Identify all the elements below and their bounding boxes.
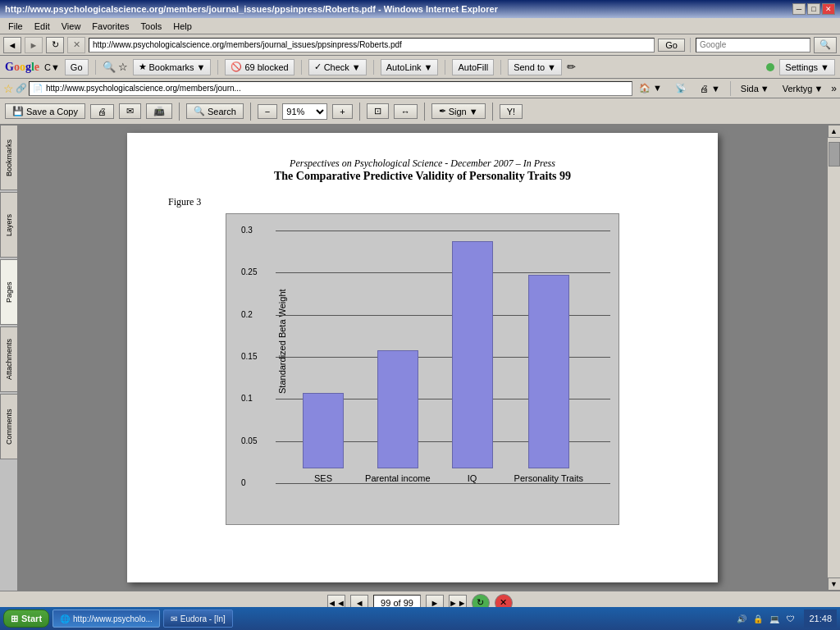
menu-tools[interactable]: Tools (136, 21, 167, 32)
sendto-button[interactable]: Send to ▼ (508, 59, 562, 75)
fit-page-button[interactable]: ⊡ (367, 103, 389, 119)
bar-iq-rect (452, 241, 493, 468)
star-icon[interactable]: ☆ (118, 61, 128, 73)
figure-caption: Figure 3 (168, 196, 201, 208)
settings-button[interactable]: Settings ▼ (779, 59, 835, 75)
tray-icon-4: 🛡 (784, 612, 797, 625)
menu-favorites[interactable]: Favorites (87, 21, 134, 32)
pdf-header: Perspectives on Psychological Science - … (168, 158, 677, 183)
pdf-sep2 (250, 103, 251, 121)
rss-button[interactable]: 📡 (670, 82, 692, 94)
email-pdf-button[interactable]: ✉ (119, 103, 141, 119)
browser-icon: 🌐 (60, 614, 70, 623)
article-title: The Comparative Predictive Validity of P… (168, 170, 677, 183)
magnify-icon[interactable]: 🔍 (103, 61, 116, 73)
pdf-viewer[interactable]: Perspectives on Psychological Science - … (18, 125, 827, 591)
blocked-button[interactable]: 🚫 69 blocked (225, 59, 294, 75)
start-button[interactable]: ⊞ Start (3, 609, 49, 628)
refresh-button[interactable]: ↻ (46, 37, 64, 53)
floppy-icon: 💾 (12, 106, 24, 116)
bar-ses-label: SES (314, 473, 332, 483)
bookmarks-icon: ★ (139, 62, 147, 72)
print-button[interactable]: 🖨 ▼ (695, 83, 725, 94)
window-title: http://www.psychologicalscience.org/memb… (5, 4, 498, 14)
main-area: Bookmarks Layers Pages Attachments Comme… (0, 125, 840, 591)
separator (690, 38, 691, 52)
taskbar: ⊞ Start 🌐 http://www.psycholo... ✉ Eudor… (0, 607, 840, 630)
search-pdf-button[interactable]: 🔍 Search (186, 103, 244, 119)
pen-icon: ✒ (439, 106, 446, 116)
bookmarks-button[interactable]: ★ Bookmarks ▼ (133, 59, 212, 75)
separator1 (95, 60, 96, 75)
taskbar-item-browser[interactable]: 🌐 http://www.psycholo... (52, 609, 160, 628)
google-logo: Google (5, 61, 39, 74)
close-button[interactable]: ✕ (822, 3, 835, 15)
blocked-icon: 🚫 (231, 62, 242, 72)
settings-dot[interactable] (766, 63, 774, 71)
separator5 (445, 60, 445, 75)
page-button[interactable]: Sida ▼ (736, 83, 774, 94)
bar-parental-label: Parental income (365, 473, 431, 483)
tray-icon-2: 🔒 (751, 612, 765, 625)
minimize-button[interactable]: ─ (792, 3, 806, 15)
sidebar-tab-attachments[interactable]: Attachments (0, 326, 18, 392)
system-tray: 🔊 🔒 💻 🛡 21:48 (732, 609, 837, 628)
zoom-select[interactable]: 91% 75% 100% 125% (282, 103, 327, 120)
zoom-out-button[interactable]: − (258, 104, 277, 119)
google-go-button[interactable]: Go (65, 59, 89, 75)
bar-personality-label: Personality Traits (514, 473, 583, 483)
bar-iq-label: IQ (468, 473, 477, 483)
zoom-in-button[interactable]: + (332, 104, 352, 119)
scroll-thumb[interactable] (829, 142, 840, 167)
save-copy-button[interactable]: 💾 Save a Copy (5, 103, 85, 119)
search-input[interactable] (696, 38, 810, 52)
sidebar-tab-comments[interactable]: Comments (0, 394, 18, 459)
favorite-feeds-icon[interactable]: 🔗 (16, 83, 27, 94)
pdf-toolbar: 💾 Save a Copy 🖨 ✉ 📠 🔍 Search − 91% 75% 1… (0, 98, 840, 125)
forward-button[interactable]: ► (25, 37, 43, 53)
autolink-button[interactable]: AutoLink ▼ (381, 59, 439, 75)
favicon: 📄 (33, 84, 43, 93)
back-button[interactable]: ◄ (3, 37, 21, 53)
chart-container: Standardized Beta Weight 0.3 0.25 (226, 213, 619, 525)
go-button[interactable]: Go (658, 39, 685, 52)
sidebar-tab-layers[interactable]: Layers (0, 192, 18, 258)
autofill-button[interactable]: AutoFill (452, 59, 494, 75)
address-input[interactable] (89, 38, 655, 52)
separator4 (373, 60, 374, 75)
clock-display: 21:48 (804, 609, 837, 628)
sign-button[interactable]: ✒ Sign ▼ (431, 103, 486, 119)
scroll-track[interactable] (829, 138, 840, 578)
menu-help[interactable]: Help (168, 21, 197, 32)
title-bar: http://www.psychologicalscience.org/memb… (0, 0, 840, 18)
fit-width-button[interactable]: ↔ (394, 104, 418, 119)
taskbar-item-eudora[interactable]: ✉ Eudora - [In] (163, 609, 233, 628)
stop-button[interactable]: ✕ (67, 37, 85, 53)
home-button[interactable]: 🏠 ▼ (634, 82, 667, 94)
scroll-up-button[interactable]: ▲ (828, 125, 841, 138)
search-button[interactable]: 🔍 (814, 37, 837, 53)
fax-pdf-button[interactable]: 📠 (146, 103, 172, 119)
bar-ses-rect (303, 393, 344, 468)
tools-button[interactable]: Verktyg ▼ (778, 83, 829, 94)
menu-edit[interactable]: Edit (30, 21, 55, 32)
left-sidebar: Bookmarks Layers Pages Attachments Comme… (0, 125, 18, 591)
sidebar-tab-bookmarks[interactable]: Bookmarks (0, 125, 18, 190)
pdf-sep5 (492, 103, 493, 121)
pdf-sep4 (424, 103, 425, 121)
journal-line: Perspectives on Psychological Science - … (168, 158, 677, 170)
yahoo-button[interactable]: Y! (500, 104, 523, 119)
chevron-right-icon: » (831, 83, 837, 94)
tray-icon-1: 🔊 (735, 612, 748, 625)
menu-view[interactable]: View (57, 21, 86, 32)
menu-file[interactable]: File (3, 21, 28, 32)
check-button[interactable]: ✓ Check ▼ (308, 59, 367, 75)
scroll-down-button[interactable]: ▼ (828, 578, 841, 591)
toolbar-icons: 🔍 ☆ (103, 61, 128, 73)
restore-button[interactable]: □ (807, 3, 820, 15)
print-pdf-button[interactable]: 🖨 (90, 104, 114, 119)
sidebar-tab-pages[interactable]: Pages (0, 259, 18, 325)
google-c-icon: C▼ (44, 62, 60, 72)
add-favorite-icon[interactable]: ☆ (3, 82, 14, 95)
pencil-icon: ✏ (567, 61, 576, 73)
